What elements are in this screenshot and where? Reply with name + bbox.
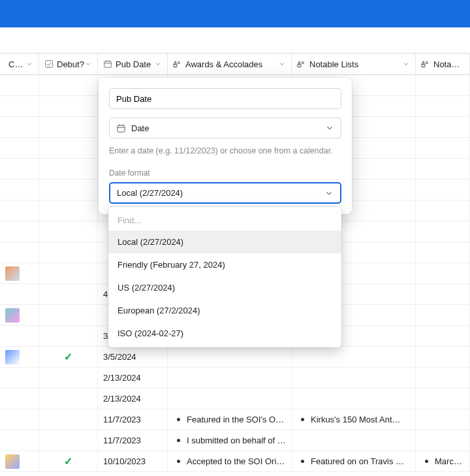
- chevron-down-icon: [324, 189, 334, 198]
- chevron-down-icon: [154, 60, 162, 68]
- calendar-icon: [116, 123, 126, 133]
- dropdown-option-friendly[interactable]: Friendly (February 27, 2024): [108, 253, 341, 276]
- field-help-text: Enter a date (e.g. 11/12/2023) or choose…: [109, 146, 341, 155]
- dropdown-option-european[interactable]: European (27/2/2024): [108, 299, 341, 322]
- events-cell[interactable]: March 31, 2: [416, 451, 470, 471]
- pub-date-cell[interactable]: 11/7/2023: [98, 430, 168, 451]
- pub-date-cell[interactable]: 2/13/2024: [98, 368, 168, 388]
- pub-date-cell[interactable]: 3/5/2024: [98, 347, 168, 367]
- pub-date-cell[interactable]: 2/13/2024: [98, 389, 168, 409]
- svg-rect-1: [104, 61, 112, 67]
- awards-cell[interactable]: I submitted on behalf of …: [168, 430, 292, 451]
- table-row[interactable]: ✓ 3/5/2024: [0, 347, 470, 368]
- bullet-icon: [177, 418, 180, 421]
- dropdown-option-local[interactable]: Local (2/27/2024): [108, 230, 341, 253]
- chevron-down-icon: [84, 60, 92, 68]
- debut-checkmark: ✓: [44, 351, 92, 363]
- date-format-selected: Local (2/27/2024): [117, 188, 324, 198]
- debut-checkmark: ✓: [44, 455, 92, 468]
- longtext-icon: A̲ᵇ: [421, 61, 430, 67]
- longtext-icon: A̲ᵇ: [297, 61, 306, 67]
- field-config-popover: Date Enter a date (e.g. 11/12/2023) or c…: [99, 78, 352, 214]
- app-banner: [0, 0, 470, 27]
- dropdown-find-input[interactable]: [108, 210, 341, 230]
- table-row[interactable]: 2/13/2024: [0, 368, 470, 389]
- column-header-cover[interactable]: Cover: [0, 54, 39, 74]
- longtext-icon: A̲ᵇ: [173, 61, 182, 67]
- bullet-icon: [301, 418, 304, 421]
- column-header-label: Cover: [5, 59, 25, 69]
- field-name-input[interactable]: [109, 88, 341, 109]
- cover-thumbnail: [5, 350, 20, 364]
- field-type-select[interactable]: Date: [109, 118, 341, 138]
- chevron-down-icon: [402, 60, 410, 68]
- bullet-icon: [425, 460, 428, 463]
- lists-cell[interactable]: Kirkus's 150 Most Ant…: [292, 409, 416, 430]
- pub-date-cell[interactable]: 11/7/2023: [98, 409, 168, 430]
- bullet-icon: [177, 439, 180, 442]
- column-header-label: Debut?: [54, 59, 84, 69]
- calendar-icon: [103, 59, 112, 69]
- bullet-icon: [301, 460, 304, 463]
- column-header-label: Notable Ever: [430, 59, 464, 69]
- field-type-label: Date: [126, 123, 325, 133]
- column-header-label: Awards & Accolades: [182, 59, 278, 69]
- bullet-icon: [177, 460, 180, 463]
- cover-thumbnail: [5, 454, 20, 469]
- column-header-label: Pub Date: [112, 59, 154, 69]
- column-header-awards[interactable]: A̲ᵇ Awards & Accolades: [168, 54, 292, 74]
- column-header-label: Notable Lists: [306, 59, 402, 69]
- table-row[interactable]: ✓ 10/10/2023 Accepted to the SOI Ori… Fe…: [0, 451, 470, 472]
- awards-cell[interactable]: Featured in the SOI's Ori…: [168, 409, 292, 430]
- lists-cell[interactable]: Featured on on Travis …: [292, 451, 416, 471]
- cover-thumbnail: [5, 308, 20, 323]
- svg-rect-0: [46, 61, 53, 68]
- svg-rect-5: [118, 125, 125, 132]
- table-row[interactable]: 2/13/2024: [0, 389, 470, 409]
- date-format-select[interactable]: Local (2/27/2024): [109, 182, 341, 204]
- table-row[interactable]: 11/7/2023 Featured in the SOI's Ori… Kir…: [0, 409, 470, 430]
- column-header-lists[interactable]: A̲ᵇ Notable Lists: [292, 54, 416, 74]
- date-format-label: Date format: [109, 168, 341, 178]
- column-headers: Cover Debut? Pub Date A̲ᵇ Awards & Accol…: [0, 53, 470, 75]
- checkbox-icon: [44, 59, 54, 69]
- awards-cell[interactable]: Accepted to the SOI Ori…: [168, 451, 292, 471]
- column-header-events[interactable]: A̲ᵇ Notable Ever: [416, 54, 470, 74]
- table-row[interactable]: 11/7/2023 I submitted on behalf of …: [0, 430, 470, 451]
- column-header-debut[interactable]: Debut?: [39, 54, 98, 74]
- chevron-down-icon: [278, 60, 286, 68]
- dropdown-option-iso[interactable]: ISO (2024-02-27): [108, 322, 341, 345]
- dropdown-option-us[interactable]: US (2/27/2024): [108, 276, 341, 299]
- cover-thumbnail: [5, 266, 20, 281]
- pub-date-cell[interactable]: 10/10/2023: [98, 451, 168, 471]
- chevron-down-icon: [25, 60, 33, 68]
- date-format-dropdown: Local (2/27/2024) Friendly (February 27,…: [108, 207, 341, 347]
- column-header-pub-date[interactable]: Pub Date: [98, 54, 168, 74]
- chevron-down-icon: [325, 123, 334, 133]
